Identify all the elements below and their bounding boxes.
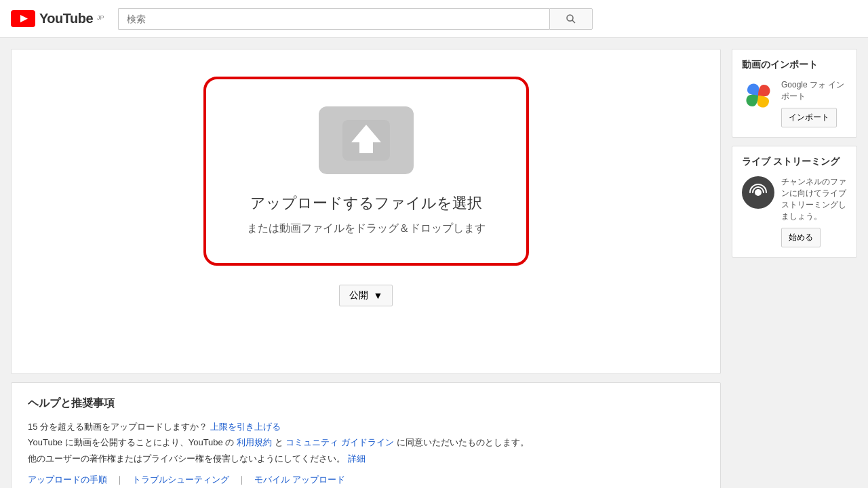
help-line2-before: YouTube に動画を公開することにより、YouTube の	[28, 437, 234, 447]
help-community-link[interactable]: コミュニティ ガイドライン	[285, 437, 394, 447]
import-content: Google フォ インポート インポート	[742, 79, 847, 127]
visibility-arrow-icon: ▼	[374, 290, 383, 301]
logo-text: YouTube	[39, 11, 93, 26]
upload-icon-box	[319, 106, 414, 174]
visibility-button[interactable]: 公開 ▼	[339, 285, 393, 306]
help-line1: 15 分を超える動画をアップロードしますか？ 上限を引き上げる	[28, 419, 704, 434]
live-streaming-icon	[742, 176, 774, 209]
youtube-logo-icon	[11, 10, 35, 27]
main-wrapper: アップロードするファイルを選択 または動画ファイルをドラッグ＆ドロップします 公…	[0, 38, 868, 488]
help-sep2: ｜	[237, 472, 246, 487]
svg-line-3	[572, 20, 575, 23]
help-upload-guide-link[interactable]: アップロードの手順	[28, 472, 107, 487]
google-photos-icon	[742, 79, 774, 112]
help-tos-link[interactable]: 利用規約	[237, 437, 272, 447]
drag-drop-label: または動画ファイルをドラッグ＆ドロップします	[247, 222, 486, 236]
import-button[interactable]: インポート	[781, 108, 837, 127]
radio-waves-icon	[746, 180, 770, 205]
jp-badge: JP	[97, 14, 104, 21]
streaming-title: ライブ ストリーミング	[742, 156, 847, 168]
search-input[interactable]	[118, 8, 549, 30]
header: YouTube JP	[0, 0, 868, 38]
help-details-link[interactable]: 詳細	[348, 453, 366, 464]
streaming-content: チャンネルのファンに向けてライブ ストリーミングしましょう。 始める	[742, 176, 847, 247]
streaming-start-button[interactable]: 始める	[781, 228, 821, 247]
search-button[interactable]	[549, 8, 593, 30]
visibility-label: 公開	[349, 289, 368, 302]
upload-arrow-icon	[339, 117, 393, 164]
help-sep1: ｜	[115, 472, 124, 487]
help-line2-after: に同意いただいたものとします。	[397, 437, 529, 447]
import-text-col: Google フォ インポート インポート	[781, 79, 847, 127]
help-line2-middle: と	[275, 437, 283, 447]
drop-zone[interactable]: アップロードするファイルを選択 または動画ファイルをドラッグ＆ドロップします	[203, 77, 529, 266]
streaming-desc: チャンネルのファンに向けてライブ ストリーミングしましょう。	[781, 176, 847, 222]
help-line3: 他のユーザーの著作権またはプライバシー権を侵害しないようにしてください。 詳細	[28, 451, 704, 466]
help-troubleshoot-link[interactable]: トラブルシューティング	[132, 472, 229, 487]
help-section: ヘルプと推奨事項 15 分を超える動画をアップロードしますか？ 上限を引き上げる…	[11, 382, 721, 488]
help-title: ヘルプと推奨事項	[28, 396, 704, 411]
search-icon	[566, 14, 576, 24]
svg-point-6	[755, 189, 762, 196]
help-links-row: アップロードの手順 ｜ トラブルシューティング ｜ モバイル アップロード	[28, 472, 704, 487]
streaming-card: ライブ ストリーミング チャンネルのファンに向けてライブ ストリーミングしましょ…	[732, 146, 857, 258]
help-line3-text: 他のユーザーの著作権またはプライバシー権を侵害しないようにしてください。	[28, 453, 345, 464]
help-raise-limit-link[interactable]: 上限を引き上げる	[210, 422, 281, 432]
help-content: 15 分を超える動画をアップロードしますか？ 上限を引き上げる YouTube …	[28, 419, 704, 488]
sidebar: 動画のインポート Google フォ インポート インポート	[732, 49, 857, 266]
svg-point-2	[567, 15, 573, 21]
help-mobile-upload-link[interactable]: モバイル アップロード	[254, 472, 345, 487]
logo-area[interactable]: YouTube JP	[11, 10, 104, 27]
import-desc: Google フォ インポート	[781, 79, 847, 102]
upload-container: アップロードするファイルを選択 または動画ファイルをドラッグ＆ドロップします 公…	[11, 49, 721, 374]
visibility-row: 公開 ▼	[339, 285, 393, 306]
select-file-label: アップロードするファイルを選択	[250, 193, 482, 214]
left-col: アップロードするファイルを選択 または動画ファイルをドラッグ＆ドロップします 公…	[11, 49, 721, 488]
streaming-text-col: チャンネルのファンに向けてライブ ストリーミングしましょう。 始める	[781, 176, 847, 247]
help-line1-text: 15 分を超える動画をアップロードしますか？	[28, 422, 208, 432]
import-card: 動画のインポート Google フォ インポート インポート	[732, 49, 857, 138]
import-title: 動画のインポート	[742, 59, 847, 71]
help-line2: YouTube に動画を公開することにより、YouTube の 利用規約 と コ…	[28, 434, 704, 450]
search-form	[118, 8, 593, 30]
